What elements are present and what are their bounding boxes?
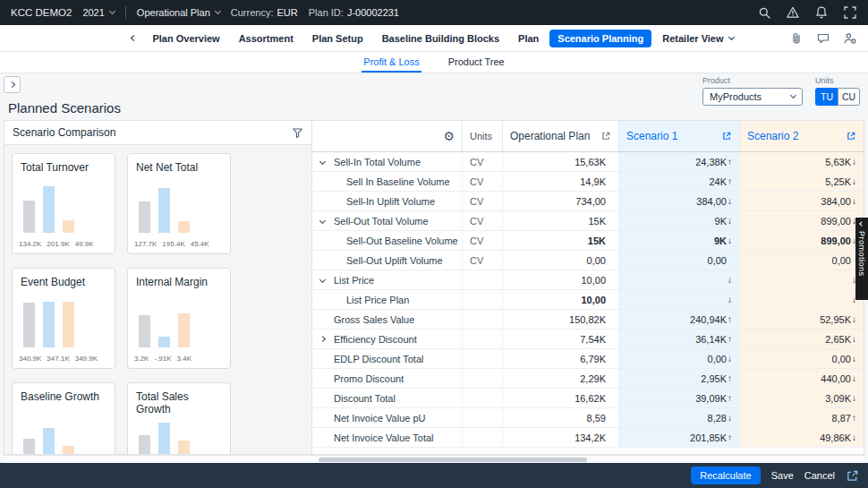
nav-tab-scenario-planning[interactable]: Scenario Planning <box>549 30 651 47</box>
user-settings-button[interactable] <box>843 31 857 46</box>
attachments-button[interactable] <box>789 31 804 46</box>
subtab-profit-loss[interactable]: Profit & Loss <box>362 54 421 73</box>
cell-scenario-2[interactable]: 899,00↓ <box>739 231 864 250</box>
units-cu-button[interactable]: CU <box>838 88 860 106</box>
row-label-cell[interactable]: Efficiency Discount <box>312 330 462 348</box>
column-header-operational-plan[interactable]: Operational Plan <box>502 121 618 151</box>
cell-operational-plan[interactable]: 14,9K <box>502 172 618 191</box>
nav-tab-assortment[interactable]: Assortment <box>231 30 302 47</box>
cell-operational-plan[interactable]: 15K <box>502 211 618 230</box>
cell-scenario-2[interactable]: 8,87↑ <box>739 408 864 427</box>
kpi-tile-event-budget[interactable]: Event Budget340.9K347.1K349.9K <box>12 268 115 369</box>
nav-tab-plan[interactable]: Plan <box>510 30 547 47</box>
cell-scenario-1[interactable]: 0,00↓ <box>618 349 739 368</box>
column-header-scenario-2[interactable]: Scenario 2 <box>739 121 864 151</box>
cell-scenario-2[interactable]: 0,00 <box>739 251 864 270</box>
row-label-cell[interactable]: List Price <box>312 270 462 289</box>
cell-scenario-2[interactable]: 49,86K↓ <box>739 428 864 447</box>
cell-scenario-1[interactable]: ↓ <box>618 290 739 309</box>
cell-operational-plan[interactable]: 134,2K <box>502 428 618 447</box>
row-label-cell[interactable]: Sell In Baseline Volume <box>312 172 462 191</box>
fullscreen-button[interactable] <box>843 5 857 20</box>
cell-operational-plan[interactable]: 16,62K <box>502 389 618 407</box>
notifications-button[interactable] <box>814 5 829 20</box>
search-button[interactable] <box>758 6 771 20</box>
cell-scenario-1[interactable]: 9K↓ <box>618 211 739 230</box>
plan-type-dropdown[interactable]: Operational Plan <box>137 7 220 18</box>
cell-scenario-2[interactable]: 5,25K↓ <box>739 172 864 191</box>
cancel-button[interactable]: Cancel <box>804 470 835 481</box>
units-tu-button[interactable]: TU <box>815 88 838 106</box>
row-label-cell[interactable]: EDLP Discount Total <box>312 349 462 368</box>
cell-operational-plan[interactable]: 10,00 <box>502 270 618 289</box>
row-label-cell[interactable]: Net Invoice Value Total <box>312 428 462 447</box>
row-label-cell[interactable]: Gross Sales Value <box>312 310 462 329</box>
comparison-settings-button[interactable] <box>292 127 303 139</box>
scrollbar-thumb[interactable] <box>319 458 587 462</box>
kpi-tile-total-turnover[interactable]: Total Turnover134.2K201.9K49.9K <box>12 153 115 254</box>
cell-scenario-2[interactable]: 3,09K↓ <box>739 389 864 407</box>
year-dropdown[interactable]: 2021 <box>82 7 114 18</box>
cell-scenario-2[interactable]: 384,00↓ <box>739 192 864 210</box>
row-label-cell[interactable]: Discount Total <box>312 389 462 407</box>
row-label-cell[interactable]: Sell-Out Baseline Volume <box>312 231 462 250</box>
table-settings-gear-icon[interactable]: ⚙ <box>443 130 455 142</box>
promotions-panel-toggle[interactable]: Promotions <box>855 218 868 300</box>
cell-scenario-2[interactable]: 5,63K↓ <box>739 152 864 171</box>
kpi-tile-net-net-total[interactable]: Net Net Total127.7K195.4K45.4K <box>127 153 231 254</box>
alerts-button[interactable] <box>786 5 800 20</box>
comments-button[interactable] <box>816 31 830 46</box>
cell-scenario-2[interactable]: 52,95K↓ <box>739 310 864 329</box>
cell-operational-plan[interactable]: 2,29K <box>502 369 618 388</box>
cell-scenario-1[interactable]: ↓ <box>618 270 739 289</box>
cell-scenario-1[interactable]: 2,95K↑ <box>618 369 739 388</box>
horizontal-scrollbar[interactable] <box>4 455 864 463</box>
nav-tab-plan-setup[interactable]: Plan Setup <box>304 30 371 47</box>
kpi-tile-internal-margin[interactable]: Internal Margin3.2K-.91K3.4K <box>127 268 231 369</box>
cell-operational-plan[interactable]: 734,00 <box>502 192 618 210</box>
open-new-window-button[interactable] <box>846 469 859 483</box>
cell-scenario-1[interactable]: 24K↑ <box>618 172 739 191</box>
row-label-cell[interactable]: Sell-Out Total Volume <box>312 211 462 230</box>
cell-scenario-2[interactable]: 440,00↓ <box>739 369 864 388</box>
product-select[interactable]: MyProducts <box>702 88 803 106</box>
cell-scenario-2[interactable]: 0,00↓ <box>739 349 864 368</box>
row-label-cell[interactable]: Sell-In Total Volume <box>312 152 462 171</box>
tab-scroll-left-button[interactable] <box>126 32 141 44</box>
nav-tab-retailer-view[interactable]: Retailer View <box>654 30 741 47</box>
row-label-cell[interactable]: List Price Plan <box>312 290 462 309</box>
cell-scenario-1[interactable]: 24,38K↑ <box>618 152 739 171</box>
nav-tab-plan-overview[interactable]: Plan Overview <box>144 30 227 47</box>
row-label-cell[interactable]: Sell-Out Uplift Volume <box>312 251 462 270</box>
cell-operational-plan[interactable]: 8,59 <box>502 408 618 427</box>
cell-scenario-2[interactable]: ↓ <box>739 270 864 289</box>
recalculate-button[interactable]: Recalculate <box>691 467 760 484</box>
cell-operational-plan[interactable]: 15K <box>502 231 618 250</box>
cell-scenario-2[interactable]: 2,65K↓ <box>739 330 864 348</box>
cell-scenario-1[interactable]: 201,85K↑ <box>618 428 739 447</box>
nav-tab-baseline-building-blocks[interactable]: Baseline Building Blocks <box>374 30 507 47</box>
cell-operational-plan[interactable]: 7,54K <box>502 330 618 348</box>
cell-scenario-1[interactable]: 9K↓ <box>618 231 739 250</box>
cell-scenario-2[interactable]: 899,00↓ <box>739 211 864 230</box>
cell-scenario-1[interactable]: 0,00 <box>618 251 739 270</box>
column-header-scenario-1[interactable]: Scenario 1 <box>618 121 739 151</box>
cell-operational-plan[interactable]: 150,82K <box>502 310 618 329</box>
subtab-product-tree[interactable]: Product Tree <box>447 54 506 73</box>
kpi-tile-baseline-growth[interactable]: Baseline Growth <box>12 382 115 454</box>
cell-operational-plan[interactable]: 0,00 <box>502 251 618 270</box>
cell-scenario-1[interactable]: 240,94K↑ <box>618 310 739 329</box>
cell-scenario-1[interactable]: 36,14K↑ <box>618 330 739 348</box>
row-label-cell[interactable]: Promo Discount <box>312 369 462 388</box>
cell-scenario-2[interactable]: ↓ <box>739 290 864 309</box>
kpi-tile-total-sales-growth[interactable]: Total Sales Growth <box>127 382 231 454</box>
cell-scenario-1[interactable]: 8,28↓ <box>618 408 739 427</box>
cell-scenario-1[interactable]: 384,00↓ <box>618 192 739 210</box>
row-label-cell[interactable]: Sell-In Uplift Volume <box>312 192 462 210</box>
row-label-cell[interactable]: Net Invoice Value pU <box>312 408 462 427</box>
cell-operational-plan[interactable]: 10,00 <box>502 290 618 309</box>
cell-operational-plan[interactable]: 6,79K <box>502 349 618 368</box>
save-button[interactable]: Save <box>771 470 794 481</box>
cell-scenario-1[interactable]: 39,09K↑ <box>618 389 739 407</box>
cell-operational-plan[interactable]: 15,63K <box>502 152 618 171</box>
